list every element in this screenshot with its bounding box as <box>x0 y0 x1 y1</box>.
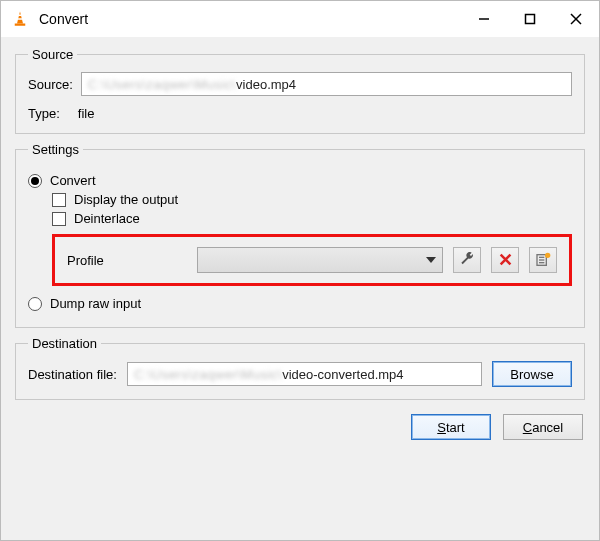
settings-group: Settings Convert Display the output Dein… <box>15 142 585 328</box>
dump-raw-label: Dump raw input <box>50 296 141 311</box>
wrench-icon <box>459 252 475 268</box>
start-button[interactable]: Start <box>411 414 491 440</box>
browse-button-label: Browse <box>510 367 553 382</box>
destination-legend: Destination <box>28 336 101 351</box>
close-icon <box>570 13 582 25</box>
checkbox-unchecked-icon <box>52 193 66 207</box>
maximize-button[interactable] <box>507 1 553 37</box>
destination-path-hidden: C:\Users\zaqwer\Music\ <box>134 367 282 382</box>
dialog-footer: Start Cancel <box>15 408 585 440</box>
minimize-icon <box>478 13 490 25</box>
destination-path-visible: video-converted.mp4 <box>282 367 403 382</box>
checkbox-unchecked-icon <box>52 212 66 226</box>
svg-rect-5 <box>526 15 535 24</box>
delete-x-icon: ✕ <box>498 251 513 269</box>
profile-dropdown[interactable] <box>197 247 443 273</box>
maximize-icon <box>524 13 536 25</box>
radio-unchecked-icon <box>28 297 42 311</box>
chevron-down-icon <box>426 257 436 263</box>
radio-checked-icon <box>28 174 42 188</box>
type-value: file <box>78 106 95 121</box>
convert-dialog: Convert Source Source: C:\Users\zaqwer\M… <box>0 0 600 541</box>
start-button-label: Start <box>437 420 464 435</box>
deinterlace-checkbox[interactable]: Deinterlace <box>52 211 572 226</box>
cancel-button-label: Cancel <box>523 420 563 435</box>
deinterlace-label: Deinterlace <box>74 211 140 226</box>
source-label: Source: <box>28 77 73 92</box>
destination-input[interactable]: C:\Users\zaqwer\Music\video-converted.mp… <box>127 362 482 386</box>
delete-profile-button[interactable]: ✕ <box>491 247 519 273</box>
source-group: Source Source: C:\Users\zaqwer\Music\vid… <box>15 47 585 134</box>
new-list-icon <box>535 252 551 268</box>
display-output-checkbox[interactable]: Display the output <box>52 192 572 207</box>
vlc-cone-icon <box>11 10 29 28</box>
window-title: Convert <box>39 11 461 27</box>
display-output-label: Display the output <box>74 192 178 207</box>
dump-raw-radio[interactable]: Dump raw input <box>28 296 572 311</box>
browse-button[interactable]: Browse <box>492 361 572 387</box>
svg-marker-0 <box>17 12 23 24</box>
source-legend: Source <box>28 47 77 62</box>
svg-rect-2 <box>18 18 22 20</box>
close-button[interactable] <box>553 1 599 37</box>
edit-profile-button[interactable] <box>453 247 481 273</box>
destination-label: Destination file: <box>28 367 117 382</box>
cancel-button[interactable]: Cancel <box>503 414 583 440</box>
titlebar: Convert <box>1 1 599 37</box>
dialog-body: Source Source: C:\Users\zaqwer\Music\vid… <box>1 37 599 540</box>
source-path-hidden: C:\Users\zaqwer\Music\ <box>88 77 236 92</box>
source-input[interactable]: C:\Users\zaqwer\Music\video.mp4 <box>81 72 572 96</box>
minimize-button[interactable] <box>461 1 507 37</box>
convert-radio-label: Convert <box>50 173 96 188</box>
settings-legend: Settings <box>28 142 83 157</box>
svg-rect-3 <box>15 24 26 26</box>
type-label: Type: <box>28 106 60 121</box>
profile-row-highlight: Profile ✕ <box>52 234 572 286</box>
profile-label: Profile <box>67 253 187 268</box>
new-profile-button[interactable] <box>529 247 557 273</box>
svg-rect-1 <box>19 15 22 17</box>
svg-point-12 <box>545 253 550 258</box>
destination-group: Destination Destination file: C:\Users\z… <box>15 336 585 400</box>
source-path-visible: video.mp4 <box>236 77 296 92</box>
convert-radio[interactable]: Convert <box>28 173 572 188</box>
